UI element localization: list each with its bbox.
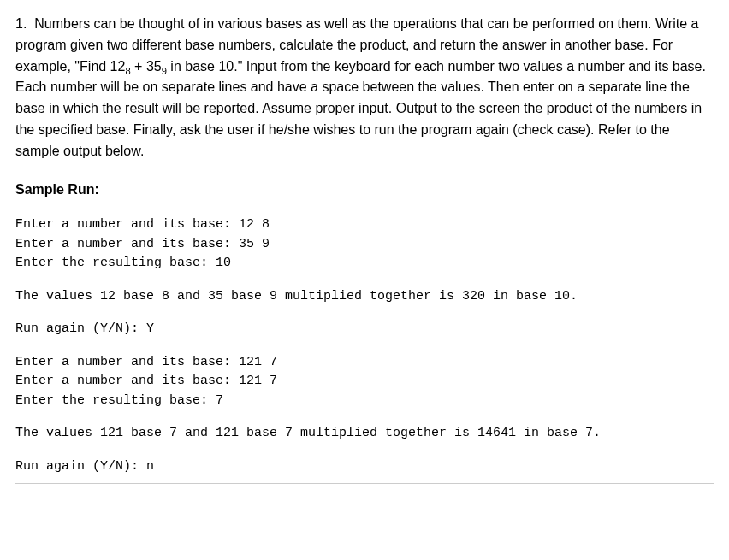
sample-run-heading: Sample Run: (15, 180, 714, 201)
bottom-divider (15, 483, 714, 484)
sample-run-1-result: The values 12 base 8 and 35 base 9 multi… (15, 287, 714, 307)
sample-run-2-result: The values 121 base 7 and 121 base 7 mul… (15, 424, 714, 444)
sample-run-2-input: Enter a number and its base: 121 7 Enter… (15, 353, 714, 411)
sample-run-1-again: Run again (Y/N): Y (15, 320, 714, 339)
question-number: 1. (15, 16, 27, 31)
question-text: 1. Numbers can be thought of in various … (15, 14, 714, 162)
question-body-part2: + 35 (131, 59, 162, 74)
sample-run-1-input: Enter a number and its base: 12 8 Enter … (15, 215, 714, 274)
sample-run-2-again: Run again (Y/N): n (15, 457, 714, 477)
question-body-part3: in base 10." Input from the keyboard for… (15, 59, 706, 158)
